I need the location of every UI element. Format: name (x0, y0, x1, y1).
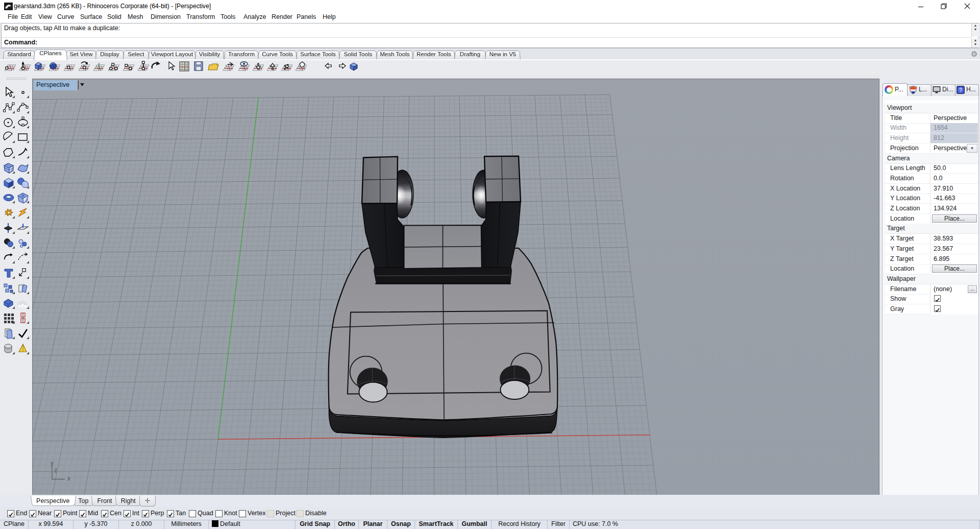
svg-text:y: y (51, 460, 54, 467)
svg-text:z: z (54, 467, 57, 474)
svg-text:x: x (67, 475, 70, 482)
svg-text:?: ? (959, 87, 962, 93)
